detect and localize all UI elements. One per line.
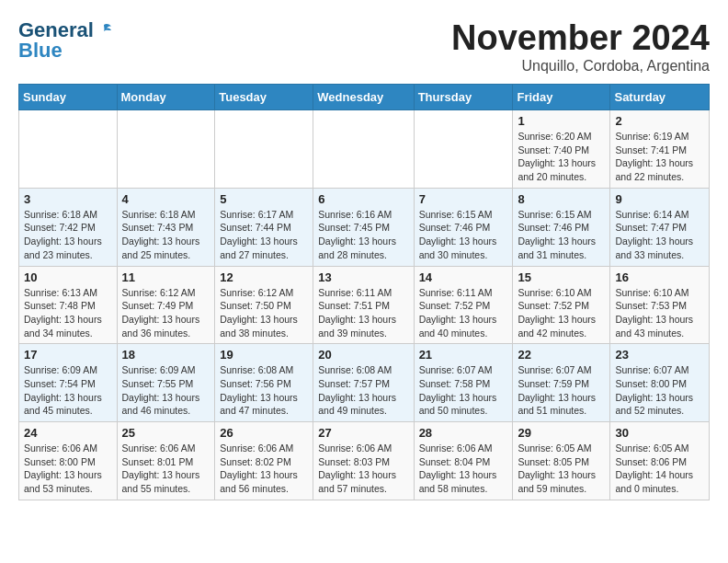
- calendar-cell: 1Sunrise: 6:20 AM Sunset: 7:40 PM Daylig…: [513, 110, 610, 189]
- day-number: 13: [318, 270, 408, 284]
- calendar-cell: 14Sunrise: 6:11 AM Sunset: 7:52 PM Dayli…: [414, 266, 513, 344]
- day-number: 14: [419, 270, 508, 284]
- day-info: Sunrise: 6:18 AM Sunset: 7:43 PM Dayligh…: [122, 208, 210, 262]
- calendar-cell: 3Sunrise: 6:18 AM Sunset: 7:42 PM Daylig…: [19, 188, 118, 266]
- day-info: Sunrise: 6:15 AM Sunset: 7:46 PM Dayligh…: [518, 208, 605, 262]
- weekday-header: Thursday: [414, 85, 513, 110]
- day-info: Sunrise: 6:12 AM Sunset: 7:50 PM Dayligh…: [220, 286, 308, 340]
- day-info: Sunrise: 6:08 AM Sunset: 7:56 PM Dayligh…: [220, 363, 308, 418]
- day-info: Sunrise: 6:18 AM Sunset: 7:42 PM Dayligh…: [24, 208, 112, 262]
- day-number: 18: [122, 348, 210, 362]
- day-info: Sunrise: 6:20 AM Sunset: 7:40 PM Dayligh…: [518, 130, 605, 184]
- calendar-cell: [117, 110, 215, 189]
- weekday-header: Friday: [513, 85, 610, 110]
- weekday-header: Tuesday: [215, 85, 313, 110]
- calendar-week-row: 17Sunrise: 6:09 AM Sunset: 7:54 PM Dayli…: [19, 344, 710, 422]
- calendar-cell: 28Sunrise: 6:06 AM Sunset: 8:04 PM Dayli…: [414, 422, 513, 500]
- day-number: 10: [24, 270, 112, 284]
- day-number: 15: [518, 270, 605, 284]
- calendar-cell: 29Sunrise: 6:05 AM Sunset: 8:05 PM Dayli…: [513, 422, 610, 500]
- day-info: Sunrise: 6:07 AM Sunset: 7:58 PM Dayligh…: [419, 363, 508, 418]
- day-number: 22: [518, 348, 605, 362]
- calendar-cell: 27Sunrise: 6:06 AM Sunset: 8:03 PM Dayli…: [313, 422, 414, 500]
- day-number: 20: [318, 348, 408, 362]
- calendar-cell: 5Sunrise: 6:17 AM Sunset: 7:44 PM Daylig…: [215, 188, 313, 266]
- weekday-header: Sunday: [19, 85, 118, 110]
- day-info: Sunrise: 6:09 AM Sunset: 7:55 PM Dayligh…: [122, 363, 210, 418]
- day-info: Sunrise: 6:09 AM Sunset: 7:54 PM Dayligh…: [24, 363, 112, 418]
- day-number: 24: [24, 426, 112, 440]
- day-number: 11: [122, 270, 210, 284]
- calendar-cell: 23Sunrise: 6:07 AM Sunset: 8:00 PM Dayli…: [610, 344, 710, 422]
- day-info: Sunrise: 6:12 AM Sunset: 7:49 PM Dayligh…: [122, 286, 210, 340]
- calendar-cell: 21Sunrise: 6:07 AM Sunset: 7:58 PM Dayli…: [414, 344, 513, 422]
- day-info: Sunrise: 6:16 AM Sunset: 7:45 PM Dayligh…: [318, 208, 408, 262]
- calendar-cell: 4Sunrise: 6:18 AM Sunset: 7:43 PM Daylig…: [117, 188, 215, 266]
- day-number: 12: [220, 270, 308, 284]
- calendar-cell: 24Sunrise: 6:06 AM Sunset: 8:00 PM Dayli…: [19, 422, 118, 500]
- calendar-cell: 22Sunrise: 6:07 AM Sunset: 7:59 PM Dayli…: [513, 344, 610, 422]
- day-info: Sunrise: 6:07 AM Sunset: 8:00 PM Dayligh…: [615, 363, 704, 418]
- calendar-week-row: 24Sunrise: 6:06 AM Sunset: 8:00 PM Dayli…: [19, 422, 710, 500]
- weekday-header: Monday: [117, 85, 215, 110]
- title-area: November 2024 Unquillo, Cordoba, Argenti…: [451, 18, 710, 75]
- header: General Blue November 2024 Unquillo, Cor…: [18, 18, 710, 75]
- calendar-cell: 8Sunrise: 6:15 AM Sunset: 7:46 PM Daylig…: [513, 188, 610, 266]
- weekday-header: Wednesday: [313, 85, 414, 110]
- day-info: Sunrise: 6:19 AM Sunset: 7:41 PM Dayligh…: [615, 130, 704, 184]
- calendar-cell: 9Sunrise: 6:14 AM Sunset: 7:47 PM Daylig…: [610, 188, 710, 266]
- day-info: Sunrise: 6:06 AM Sunset: 8:04 PM Dayligh…: [419, 442, 508, 496]
- calendar-cell: 25Sunrise: 6:06 AM Sunset: 8:01 PM Dayli…: [117, 422, 215, 500]
- calendar-cell: 11Sunrise: 6:12 AM Sunset: 7:49 PM Dayli…: [117, 266, 215, 344]
- calendar: SundayMondayTuesdayWednesdayThursdayFrid…: [18, 84, 710, 500]
- day-number: 16: [615, 270, 704, 284]
- calendar-cell: 12Sunrise: 6:12 AM Sunset: 7:50 PM Dayli…: [215, 266, 313, 344]
- calendar-cell: [313, 110, 414, 189]
- day-info: Sunrise: 6:05 AM Sunset: 8:05 PM Dayligh…: [518, 442, 605, 496]
- day-info: Sunrise: 6:06 AM Sunset: 8:01 PM Dayligh…: [122, 442, 210, 496]
- day-number: 27: [318, 426, 408, 440]
- calendar-cell: 10Sunrise: 6:13 AM Sunset: 7:48 PM Dayli…: [19, 266, 118, 344]
- calendar-cell: 16Sunrise: 6:10 AM Sunset: 7:53 PM Dayli…: [610, 266, 710, 344]
- calendar-week-row: 3Sunrise: 6:18 AM Sunset: 7:42 PM Daylig…: [19, 188, 710, 266]
- calendar-cell: 30Sunrise: 6:05 AM Sunset: 8:06 PM Dayli…: [610, 422, 710, 500]
- day-number: 4: [122, 192, 210, 206]
- day-info: Sunrise: 6:14 AM Sunset: 7:47 PM Dayligh…: [615, 208, 704, 262]
- day-number: 5: [220, 192, 308, 206]
- day-info: Sunrise: 6:05 AM Sunset: 8:06 PM Dayligh…: [615, 442, 704, 496]
- weekday-header-row: SundayMondayTuesdayWednesdayThursdayFrid…: [19, 85, 710, 110]
- calendar-cell: 26Sunrise: 6:06 AM Sunset: 8:02 PM Dayli…: [215, 422, 313, 500]
- day-info: Sunrise: 6:17 AM Sunset: 7:44 PM Dayligh…: [220, 208, 308, 262]
- calendar-cell: 15Sunrise: 6:10 AM Sunset: 7:52 PM Dayli…: [513, 266, 610, 344]
- day-info: Sunrise: 6:06 AM Sunset: 8:03 PM Dayligh…: [318, 442, 408, 496]
- calendar-cell: 13Sunrise: 6:11 AM Sunset: 7:51 PM Dayli…: [313, 266, 414, 344]
- day-number: 25: [122, 426, 210, 440]
- day-number: 26: [220, 426, 308, 440]
- calendar-cell: 6Sunrise: 6:16 AM Sunset: 7:45 PM Daylig…: [313, 188, 414, 266]
- day-number: 2: [615, 114, 704, 128]
- day-info: Sunrise: 6:10 AM Sunset: 7:52 PM Dayligh…: [518, 286, 605, 340]
- day-info: Sunrise: 6:11 AM Sunset: 7:52 PM Dayligh…: [419, 286, 508, 340]
- calendar-header: SundayMondayTuesdayWednesdayThursdayFrid…: [19, 85, 710, 110]
- calendar-cell: [19, 110, 118, 189]
- calendar-week-row: 10Sunrise: 6:13 AM Sunset: 7:48 PM Dayli…: [19, 266, 710, 344]
- weekday-header: Saturday: [610, 85, 710, 110]
- calendar-week-row: 1Sunrise: 6:20 AM Sunset: 7:40 PM Daylig…: [19, 110, 710, 189]
- day-info: Sunrise: 6:11 AM Sunset: 7:51 PM Dayligh…: [318, 286, 408, 340]
- day-info: Sunrise: 6:06 AM Sunset: 8:02 PM Dayligh…: [220, 442, 308, 496]
- calendar-cell: 17Sunrise: 6:09 AM Sunset: 7:54 PM Dayli…: [19, 344, 118, 422]
- day-number: 19: [220, 348, 308, 362]
- logo: General Blue: [18, 18, 112, 63]
- calendar-cell: [215, 110, 313, 189]
- calendar-cell: 7Sunrise: 6:15 AM Sunset: 7:46 PM Daylig…: [414, 188, 513, 266]
- calendar-cell: 2Sunrise: 6:19 AM Sunset: 7:41 PM Daylig…: [610, 110, 710, 189]
- day-number: 8: [518, 192, 605, 206]
- day-info: Sunrise: 6:13 AM Sunset: 7:48 PM Dayligh…: [24, 286, 112, 340]
- day-number: 6: [318, 192, 408, 206]
- day-number: 9: [615, 192, 704, 206]
- day-number: 3: [24, 192, 112, 206]
- calendar-cell: 18Sunrise: 6:09 AM Sunset: 7:55 PM Dayli…: [117, 344, 215, 422]
- day-number: 1: [518, 114, 605, 128]
- calendar-cell: 20Sunrise: 6:08 AM Sunset: 7:57 PM Dayli…: [313, 344, 414, 422]
- day-number: 28: [419, 426, 508, 440]
